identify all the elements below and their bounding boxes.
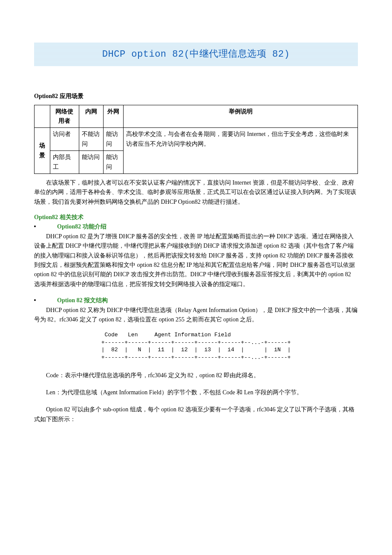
- th-example: 举例说明: [124, 105, 358, 128]
- bullet-item-function: Option82 功能介绍: [34, 222, 358, 231]
- th-blank: [35, 105, 50, 128]
- sub2-paragraph2: Code：表示中继代理信息选项的序号，rfc3046 定义为 82，option…: [34, 371, 358, 380]
- section-application-scenario: Option82 应用场景 网络使用者 内网 外网 举例说明 场景 访问者 不能…: [34, 92, 358, 207]
- sub1-paragraph: DHCP option 82 是为了增强 DHCP 服务器的安全性，改善 IP …: [34, 232, 358, 289]
- cell-example: 高校学术交流，与会者在会务期间，需要访问 Internet，但出于安全考虑，这些…: [124, 128, 358, 174]
- sub2-heading: Option 82 报文结构: [57, 296, 108, 305]
- title-banner: DHCP option 82(中继代理信息选项 82): [34, 43, 358, 66]
- scenario-table: 网络使用者 内网 外网 举例说明 场景 访问者 不能访问 能访问 高校学术交流，…: [34, 105, 358, 174]
- section-related-tech: Option82 相关技术 Option82 功能介绍 DHCP option …: [34, 213, 358, 424]
- cell-employee-extranet: 能访问: [104, 151, 124, 174]
- bullet-item-structure: Option 82 报文结构: [34, 296, 358, 305]
- cell-employee: 内部员工: [50, 151, 79, 174]
- section1-paragraph: 在该场景下，临时接入者可以在不安装认证客户端的情况下，直接访问 Internet…: [34, 178, 358, 207]
- sub2-paragraph1: DHCP option 82 又称为 DHCP 中继代理信息选项（Relay A…: [34, 306, 358, 325]
- th-intranet: 内网: [79, 105, 103, 128]
- section1-heading: Option82 应用场景: [34, 92, 358, 101]
- sub1-heading: Option82 功能介绍: [57, 222, 107, 231]
- sub2-paragraph3: Len：为代理信息域（Agent Information Field）的字节个数…: [34, 388, 358, 397]
- cell-employee-intranet: 能访问: [79, 151, 103, 174]
- cell-visitor-extranet: 能访问: [104, 128, 124, 151]
- th-extranet: 外网: [104, 105, 124, 128]
- cell-visitor-intranet: 不能访问: [79, 128, 103, 151]
- sub2-paragraph4: Option 82 可以由多个 sub-option 组成，每个 option …: [34, 405, 358, 424]
- bullet-icon: [34, 299, 36, 301]
- section2-heading: Option82 相关技术: [34, 213, 358, 222]
- table-row: 场景 访问者 不能访问 能访问 高校学术交流，与会者在会务期间，需要访问 Int…: [35, 128, 358, 151]
- th-user: 网络使用者: [50, 105, 79, 128]
- cell-visitor: 访问者: [50, 128, 79, 151]
- packet-figure-wrap: Code Len Agent Information Field +------…: [34, 326, 358, 370]
- page-title: DHCP option 82(中继代理信息选项 82): [34, 47, 358, 62]
- bullet-icon: [34, 225, 36, 227]
- packet-figure: Code Len Agent Information Field +------…: [101, 331, 291, 361]
- table-header-row: 网络使用者 内网 外网 举例说明: [35, 105, 358, 128]
- rowhead-scenario: 场景: [35, 128, 50, 174]
